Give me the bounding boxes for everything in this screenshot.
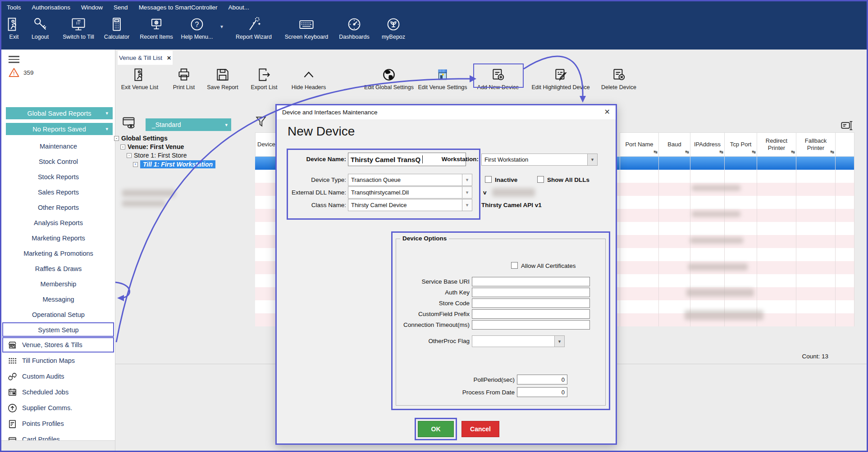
column-pin-icon[interactable]: ↹ xyxy=(752,149,756,155)
dialog-close-icon[interactable]: ✕ xyxy=(604,108,610,116)
cancel-button[interactable]: Cancel xyxy=(461,421,499,437)
select-value: Thirsty Camel Device xyxy=(351,202,407,208)
dialog-title-bar[interactable]: Device and Interfaces Maintenance ✕ xyxy=(277,105,616,119)
column-header-ipaddress[interactable]: IPAddress↹ xyxy=(690,132,725,157)
device-type-select[interactable]: Transaction Queue ▾ xyxy=(348,174,472,186)
input-value: 0 xyxy=(562,376,565,383)
report-wizard-button[interactable]: Report Wizard xyxy=(227,16,281,40)
workstation-select[interactable]: First Workstation ▾ xyxy=(481,154,598,166)
menu-authorisations[interactable]: Authorisations xyxy=(32,4,71,11)
allow-all-certificates-checkbox[interactable] xyxy=(511,262,518,269)
alert-indicator[interactable]: ! 359 xyxy=(9,68,34,77)
sidebar-item-maintenance[interactable]: Maintenance xyxy=(1,140,115,153)
auth-key-input[interactable] xyxy=(472,288,590,297)
allow-all-certificates-label: Allow All Certificates xyxy=(521,262,576,269)
customfield-prefix-input[interactable] xyxy=(472,309,590,319)
sidebar-item-sales-reports[interactable]: Sales Reports xyxy=(1,185,115,199)
menu-send[interactable]: Send xyxy=(114,4,128,11)
edit-columns-icon[interactable] xyxy=(841,119,853,132)
column-header-fallback-printer[interactable]: Fallback Printer↹ xyxy=(796,132,836,157)
tree-collapse-icon[interactable]: - xyxy=(127,153,132,158)
redacted-cell xyxy=(692,185,740,191)
sidebar-list: ! 359 Global Saved Reports ▾ No Reports … xyxy=(1,50,115,440)
no-reports-saved-button[interactable]: No Reports Saved ▾ xyxy=(6,123,113,135)
tree-view-selector[interactable]: _Standard ▾ xyxy=(146,118,231,131)
column-pin-icon[interactable]: ↹ xyxy=(685,149,689,155)
tree-node-label: Venue: First Venue xyxy=(128,143,184,150)
screen-keyboard-button[interactable]: Screen Keyboard xyxy=(279,16,333,40)
edit-highlighted-device-button[interactable]: Edit Highlighted Device xyxy=(527,67,594,90)
grid-line xyxy=(835,157,836,326)
column-header-tcp-port[interactable]: Tcp Port↹ xyxy=(724,132,757,157)
otherproc-flag-select[interactable]: ▾ xyxy=(472,335,565,347)
sidebar-item-supplier-comms[interactable]: Supplier Comms. xyxy=(1,401,115,415)
tree-collapse-icon[interactable]: - xyxy=(120,145,125,149)
toolbar-label: Logout xyxy=(32,34,49,40)
sidebar-item-marketing-promotions[interactable]: Marketing & Promotions xyxy=(1,247,115,260)
external-dll-select[interactable]: Transqthirstycamel.Dll ▾ xyxy=(348,186,472,199)
toolbar-label: Recent Items xyxy=(140,34,173,40)
wand-icon xyxy=(246,16,262,32)
hamburger-menu-icon[interactable] xyxy=(9,54,19,65)
process-from-date-input[interactable]: 0 xyxy=(517,387,567,397)
delete-device-button[interactable]: Delete Device xyxy=(585,67,653,90)
show-all-dlls-checkbox[interactable] xyxy=(537,176,544,183)
dropdown-arrow-icon[interactable]: ▾ xyxy=(462,174,472,185)
store-code-input[interactable] xyxy=(472,298,590,308)
column-pin-icon[interactable]: ↹ xyxy=(720,149,723,155)
sidebar-item-marketing-reports[interactable]: Marketing Reports xyxy=(1,231,115,245)
dropdown-arrow-icon[interactable]: ▾ xyxy=(587,154,597,165)
menu-about[interactable]: About... xyxy=(228,4,249,11)
column-header-redirect-printer[interactable]: Redirect Printer↹ xyxy=(757,132,796,157)
column-header-port-name[interactable]: Port Name↹ xyxy=(620,132,659,157)
sidebar-item-analysis-reports[interactable]: Analysis Reports xyxy=(1,216,115,230)
sidebar-item-membership[interactable]: Membership xyxy=(1,277,115,291)
tree-node-till-selected[interactable]: + Till 1: First Workstation xyxy=(133,160,215,168)
tree-expand-icon[interactable]: + xyxy=(133,162,138,167)
tree-node-global-settings[interactable]: - Global Settings xyxy=(114,135,168,142)
column-pin-icon[interactable]: ↹ xyxy=(791,149,795,155)
sidebar-item-stock-reports[interactable]: Stock Reports xyxy=(1,170,115,184)
sidebar-item-custom-audits[interactable]: Custom Audits xyxy=(1,369,115,384)
class-name-select[interactable]: Thirsty Camel Device ▾ xyxy=(348,199,472,211)
redacted-text xyxy=(122,200,165,207)
inactive-checkbox[interactable] xyxy=(485,176,492,183)
tree-collapse-icon[interactable]: - xyxy=(114,136,119,141)
header-label: Port Name xyxy=(625,141,653,148)
menu-window[interactable]: Window xyxy=(81,4,103,11)
column-header-deviceid[interactable]: DeviceID xyxy=(255,132,276,157)
pollperiod-input[interactable]: 0 xyxy=(517,375,567,384)
global-saved-reports-button[interactable]: Global Saved Reports ▾ xyxy=(6,107,113,119)
sidebar-item-till-function-maps[interactable]: Till Function Maps xyxy=(1,353,115,368)
sidebar-item-messaging[interactable]: Messaging xyxy=(1,293,115,306)
toolbar-label: Calculator xyxy=(104,34,129,40)
tab-venue-till-list[interactable]: Venue & Till List ✕ xyxy=(118,51,173,65)
column-pin-icon[interactable]: ↹ xyxy=(831,149,834,155)
sidebar-item-points-profiles[interactable]: Points Profiles xyxy=(1,416,115,431)
help-menu-caret-icon[interactable]: ▾ xyxy=(220,23,223,30)
ok-button[interactable]: OK xyxy=(418,421,454,437)
sidebar-item-stock-control[interactable]: Stock Control xyxy=(1,155,115,168)
menu-messages[interactable]: Messages to SmartController xyxy=(139,4,218,11)
dropdown-arrow-icon[interactable]: ▾ xyxy=(462,199,472,211)
dropdown-arrow-icon[interactable]: ▾ xyxy=(554,336,564,347)
sidebar-item-card-profiles[interactable]: Card Profiles xyxy=(1,432,115,440)
menu-tools[interactable]: Tools xyxy=(7,4,21,11)
filter-funnel-icon[interactable] xyxy=(255,115,267,129)
dropdown-arrow-icon[interactable]: ▾ xyxy=(462,187,472,198)
help-menu-button[interactable]: ? Help Menu... xyxy=(170,16,224,40)
sidebar-item-scheduled-jobs[interactable]: Scheduled Jobs xyxy=(1,385,115,399)
toolbar-label: myBepoz xyxy=(382,34,405,40)
column-header-baud[interactable]: Baud↹ xyxy=(658,132,690,157)
connection-timeout-input[interactable] xyxy=(472,320,590,330)
tab-close-icon[interactable]: ✕ xyxy=(167,55,171,61)
tree-node-store[interactable]: - Store 1: First Store xyxy=(127,152,187,159)
sidebar-item-raffles-draws[interactable]: Raffles & Draws xyxy=(1,262,115,276)
sidebar-item-operational-setup[interactable]: Operational Setup xyxy=(1,308,115,321)
column-pin-icon[interactable]: ↹ xyxy=(654,149,658,155)
mybepoz-button[interactable]: myBepoz xyxy=(366,16,420,40)
service-base-uri-input[interactable] xyxy=(472,277,590,286)
sidebar-item-other-reports[interactable]: Other Reports xyxy=(1,201,115,214)
hide-headers-button[interactable]: Hide Headers xyxy=(275,67,343,90)
tree-node-venue[interactable]: - Venue: First Venue xyxy=(120,143,184,150)
